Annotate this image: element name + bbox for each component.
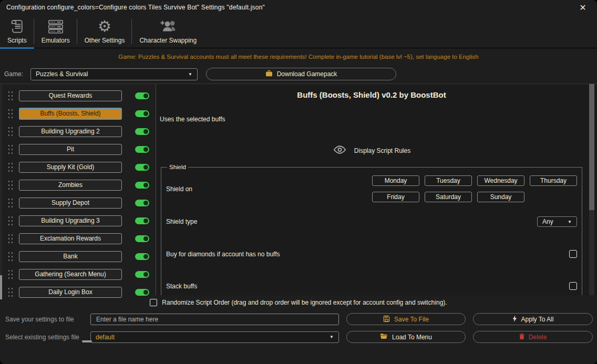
script-list-item: Quest Rewards	[4, 87, 156, 105]
script-enabled-toggle[interactable]	[135, 200, 149, 206]
script-list-item: Gathering (Search Menu)	[4, 265, 156, 283]
script-list: Quest Rewards Buffs (Boosts, Shield) Bui…	[4, 87, 156, 301]
script-enabled-toggle[interactable]	[135, 164, 149, 171]
script-enabled-toggle[interactable]	[135, 235, 149, 242]
day-button-friday[interactable]: Friday	[372, 192, 419, 202]
script-button[interactable]: Exclamation Rewards	[19, 233, 122, 244]
script-title: Buffs (Boosts, Shield) v0.2 by BoostBot	[160, 90, 583, 99]
day-button-thursday[interactable]: Thursday	[530, 175, 577, 186]
day-buttons: MondayTuesdayWednesdayThursday FridaySat…	[372, 175, 577, 202]
display-script-rules[interactable]: Display Script Rules	[160, 145, 583, 156]
script-enabled-toggle[interactable]	[135, 217, 149, 224]
close-icon[interactable]: ✕	[577, 2, 589, 14]
trash-icon	[519, 333, 524, 341]
day-button-saturday[interactable]: Saturday	[425, 192, 472, 202]
settings-file-select[interactable]: default ▼	[90, 331, 339, 343]
chevron-down-icon: ▼	[568, 220, 572, 224]
drag-handle-icon[interactable]	[7, 90, 14, 101]
buy-diamonds-checkbox[interactable]	[569, 250, 577, 258]
script-enabled-toggle[interactable]	[135, 271, 149, 278]
save-to-file-button[interactable]: Save To File	[346, 313, 466, 325]
tab-other-settings[interactable]: ⚙ Other Settings	[77, 15, 132, 48]
stack-buffs-checkbox[interactable]	[569, 282, 577, 290]
tab-bar: Scripts Emulators ⚙ Other	[0, 15, 597, 48]
script-enabled-toggle[interactable]	[135, 253, 149, 260]
drag-handle-icon[interactable]	[7, 215, 14, 226]
script-enabled-toggle[interactable]	[135, 146, 149, 153]
tab-label: Emulators	[42, 37, 70, 44]
game-select[interactable]: Puzzles & Survival ▼	[30, 68, 198, 80]
download-gamepack-button[interactable]: Download Gamepack	[206, 68, 396, 80]
day-button-monday[interactable]: Monday	[372, 175, 419, 186]
script-enabled-toggle[interactable]	[135, 128, 149, 135]
drag-handle-icon[interactable]	[7, 233, 14, 244]
toggle-knob	[143, 219, 148, 223]
script-enabled-toggle[interactable]	[135, 289, 149, 296]
drag-handle-icon[interactable]	[7, 126, 14, 137]
drag-handle-icon[interactable]	[7, 144, 14, 154]
shield-type-select[interactable]: Any ▼	[537, 216, 577, 227]
script-enabled-toggle[interactable]	[135, 110, 149, 117]
tab-character-swapping[interactable]: Character Swapping	[132, 15, 204, 48]
gear-icon: ⚙	[98, 18, 111, 34]
script-list-item: Building Upgrading 2	[4, 122, 156, 140]
sidebar-scrollbar[interactable]	[0, 84, 2, 299]
horizontal-scrollbar-thumb[interactable]	[82, 340, 92, 342]
panel-scrollbar-thumb[interactable]	[589, 84, 594, 210]
tab-label: Scripts	[7, 37, 27, 44]
drag-handle-icon[interactable]	[7, 251, 14, 262]
script-button[interactable]: Gathering (Search Menu)	[19, 269, 122, 280]
day-button-wednesday[interactable]: Wednesday	[477, 175, 524, 186]
script-button[interactable]: Pit	[19, 144, 122, 155]
save-to-file-label: Save To File	[394, 316, 429, 323]
randomize-label: Randomize Script Order (drag and drop or…	[162, 299, 447, 306]
delete-button[interactable]: Delete	[473, 331, 593, 343]
drag-handle-icon[interactable]	[7, 108, 14, 119]
title-bar: Configuration configure_colors=Configure…	[0, 0, 597, 15]
days-row-1: MondayTuesdayWednesdayThursday	[372, 175, 577, 186]
shield-type-value: Any	[542, 218, 553, 225]
toggle-knob	[143, 183, 148, 188]
buy-diamonds-row: Buy for diamonds if account has no buffs	[166, 250, 577, 258]
settings-file-value: default	[96, 334, 115, 341]
drag-handle-icon[interactable]	[7, 269, 14, 279]
toggle-knob	[143, 147, 148, 152]
configuration-window: Configuration configure_colors=Configure…	[0, 0, 597, 364]
add-people-icon	[159, 18, 178, 34]
script-list-item: Buffs (Boosts, Shield)	[4, 105, 156, 122]
script-button[interactable]: Buffs (Boosts, Shield)	[19, 108, 122, 120]
tab-scripts[interactable]: Scripts	[0, 15, 34, 48]
tab-label: Character Swapping	[139, 37, 197, 44]
script-button[interactable]: Bank	[19, 251, 122, 262]
script-button[interactable]: Building Upgrading 3	[19, 215, 122, 226]
script-button[interactable]: Zombies	[19, 180, 122, 191]
day-button-sunday[interactable]: Sunday	[477, 192, 524, 202]
script-enabled-toggle[interactable]	[135, 92, 149, 99]
shield-on-row: Shield on MondayTuesdayWednesdayThursday…	[166, 175, 577, 202]
script-enabled-toggle[interactable]	[135, 182, 149, 189]
script-button[interactable]: Supply Depot	[19, 197, 122, 209]
drag-handle-icon[interactable]	[7, 197, 14, 208]
tab-emulators[interactable]: Emulators	[34, 15, 77, 48]
load-to-menu-button[interactable]: Load To Menu	[346, 331, 466, 343]
apply-to-all-button[interactable]: Apply To All	[473, 313, 593, 325]
toggle-knob	[143, 111, 148, 116]
shield-on-label: Shield on	[166, 185, 192, 193]
script-button[interactable]: Quest Rewards	[19, 90, 122, 101]
script-button[interactable]: Building Upgrading 2	[19, 126, 122, 137]
script-button[interactable]: Supply Kit (Gold)	[19, 162, 122, 173]
days-row-2: FridaySaturdaySunday	[372, 192, 577, 202]
save-settings-label: Save your settings to file	[5, 316, 83, 323]
day-button-tuesday[interactable]: Tuesday	[425, 175, 472, 186]
panel-scrollbar[interactable]	[589, 84, 594, 295]
drag-handle-icon[interactable]	[7, 180, 14, 190]
randomize-checkbox[interactable]	[150, 299, 157, 306]
drag-handle-icon[interactable]	[7, 162, 14, 172]
display-script-rules-label: Display Script Rules	[354, 147, 410, 154]
shield-type-row: Shield type Any ▼	[166, 216, 577, 227]
floppy-icon	[383, 315, 390, 324]
select-settings-label: Select existing settings file	[5, 334, 83, 341]
file-name-input[interactable]	[90, 314, 339, 325]
shield-group: Shield Shield on MondayTuesdayWednesdayT…	[161, 164, 582, 295]
content-area: Quest Rewards Buffs (Boosts, Shield) Bui…	[0, 84, 597, 295]
